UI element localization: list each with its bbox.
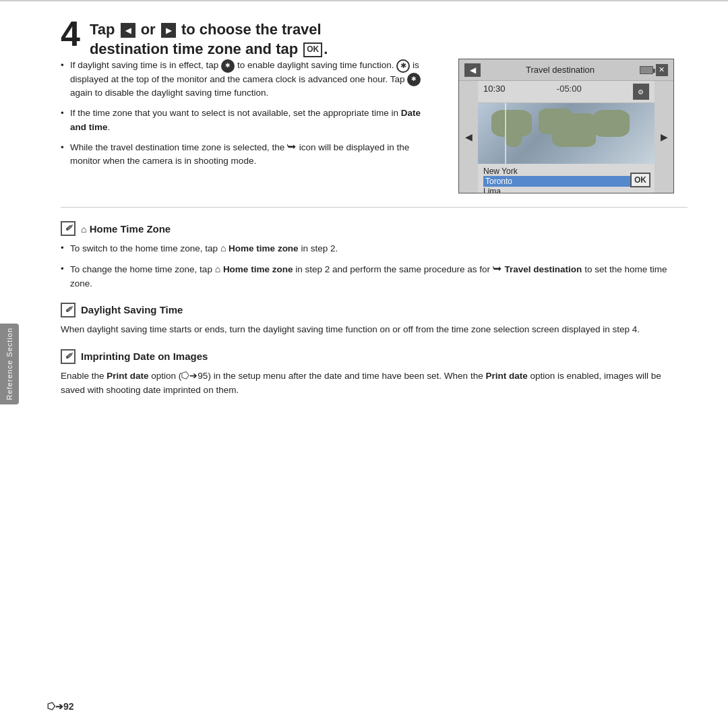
cam-battery-icon bbox=[640, 66, 653, 74]
home-icon-title: ⌂ bbox=[81, 224, 86, 235]
cam-screen-title: Travel destination bbox=[526, 65, 595, 75]
top-border bbox=[0, 0, 728, 1]
note-home-title: ⌂ Home Time Zone bbox=[81, 223, 171, 235]
cam-map-area bbox=[478, 103, 655, 164]
sidebar-tab: Reference Section bbox=[0, 324, 19, 404]
note-imprinting: ✐ Imprinting Date on Images Enable the P… bbox=[61, 349, 688, 398]
cam-city-lima: Lima bbox=[483, 187, 649, 193]
map-asia-east bbox=[593, 110, 630, 137]
gear-icon-1: ✱ bbox=[221, 59, 235, 73]
or-text: or bbox=[141, 21, 160, 38]
home-icon-inline-1: ⌂ bbox=[220, 243, 226, 253]
page: Reference Section 4 Tap ◀ or ▶ to choose… bbox=[0, 0, 728, 728]
note-imprinting-header: ✐ Imprinting Date on Images bbox=[61, 349, 688, 364]
cam-center-area: 10:30 -05:00 ⚙ bbox=[478, 81, 655, 193]
cam-offset-display: -05:00 bbox=[557, 84, 582, 100]
page-number: ⭔➔92 bbox=[47, 701, 74, 712]
main-content: 4 Tap ◀ or ▶ to choose the traveldestina… bbox=[61, 20, 688, 398]
note-imprinting-title: Imprinting Date on Images bbox=[81, 351, 208, 362]
sidebar-label: Reference Section bbox=[5, 328, 13, 400]
gear-icon-3: ✱ bbox=[407, 73, 421, 86]
cam-city-new-york: New York bbox=[483, 166, 649, 176]
bullet-item-1: If daylight saving time is in effect, ta… bbox=[61, 59, 438, 100]
cam-nav-right-button[interactable]: ▶ bbox=[655, 81, 673, 193]
bullet-item-3: While the travel destination time zone i… bbox=[61, 141, 438, 169]
gear-icon-2: ✱ bbox=[396, 59, 410, 73]
left-arrow-btn: ◀ bbox=[121, 23, 135, 38]
travel-destination-bold: Travel destination bbox=[505, 264, 582, 274]
bullet-list: If daylight saving time is in effect, ta… bbox=[61, 59, 438, 168]
home-time-zone-bold-2: Home time zone bbox=[223, 264, 293, 274]
camera-screen-header: ◀ Travel destination ✕ bbox=[459, 59, 673, 81]
note-home-header: ✐ ⌂ Home Time Zone bbox=[61, 221, 688, 236]
camera-screen-body: ◀ 10:30 -05:00 ⚙ bbox=[459, 81, 673, 193]
note-daylight-title: Daylight Saving Time bbox=[81, 304, 183, 315]
cam-time-display: 10:30 bbox=[483, 84, 506, 100]
print-date-bold-2: Print date bbox=[485, 371, 527, 381]
home-time-zone-bold-1: Home time zone bbox=[229, 243, 299, 253]
note-imprinting-body: Enable the Print date option (⭔➔95) in t… bbox=[61, 369, 688, 398]
cam-city-toronto[interactable]: Toronto bbox=[483, 176, 649, 187]
note-home-bullet-1: To switch to the home time zone, tap ⌂ H… bbox=[61, 241, 688, 255]
page-ref-1: ⭔➔95 bbox=[181, 371, 208, 381]
map-selection-line bbox=[505, 103, 506, 164]
right-arrow-btn: ▶ bbox=[161, 23, 176, 38]
step-title: Tap ◀ or ▶ to choose the traveldestinati… bbox=[90, 20, 688, 59]
note-pencil-icon-3: ✐ bbox=[61, 349, 75, 364]
left-column: If daylight saving time is in effect, ta… bbox=[61, 59, 438, 193]
section-divider bbox=[61, 207, 688, 208]
camera-screen: ◀ Travel destination ✕ ◀ 10:30 -05:00 bbox=[458, 59, 674, 193]
bullet-item-2: If the time zone that you want to select… bbox=[61, 107, 438, 134]
note-pencil-icon-2: ✐ bbox=[61, 303, 75, 317]
home-icon-inline-2: ⌂ bbox=[215, 264, 220, 274]
note-home-bullets: To switch to the home time zone, tap ⌂ H… bbox=[61, 241, 688, 291]
note-pencil-icon-1: ✐ bbox=[61, 221, 75, 236]
cam-settings-button[interactable]: ⚙ bbox=[633, 84, 649, 100]
cam-ok-button[interactable]: OK bbox=[630, 173, 650, 187]
print-date-bold-1: Print date bbox=[107, 371, 148, 381]
right-column: ◀ Travel destination ✕ ◀ 10:30 -05:00 bbox=[458, 59, 688, 193]
step-number: 4 bbox=[61, 16, 80, 51]
top-section: If daylight saving time is in effect, ta… bbox=[61, 59, 688, 193]
note-home-bullet-2: To change the home time zone, tap ⌂ Home… bbox=[61, 262, 688, 291]
cam-close-button[interactable]: ✕ bbox=[656, 64, 668, 76]
cam-back-button[interactable]: ◀ bbox=[464, 63, 481, 77]
ok-button-inline: OK bbox=[303, 42, 322, 57]
cam-header-icons: ✕ bbox=[640, 64, 668, 76]
step-header-row: 4 Tap ◀ or ▶ to choose the traveldestina… bbox=[61, 20, 688, 59]
cam-time-row: 10:30 -05:00 ⚙ bbox=[478, 81, 655, 103]
map-south-america bbox=[505, 127, 522, 147]
note-daylight-body: When daylight saving time starts or ends… bbox=[61, 323, 688, 337]
cam-nav-left-button[interactable]: ◀ bbox=[459, 81, 478, 193]
cam-cities-list: New York Toronto Lima bbox=[478, 164, 655, 193]
note-home-time-zone: ✐ ⌂ Home Time Zone To switch to the home… bbox=[61, 221, 688, 291]
note-daylight-saving: ✐ Daylight Saving Time When daylight sav… bbox=[61, 303, 688, 337]
page-num-icon: ⭔➔92 bbox=[47, 701, 74, 712]
map-africa-asia bbox=[552, 113, 596, 147]
note-daylight-header: ✐ Daylight Saving Time bbox=[61, 303, 688, 317]
date-and-time-bold: Date and time bbox=[70, 108, 421, 131]
